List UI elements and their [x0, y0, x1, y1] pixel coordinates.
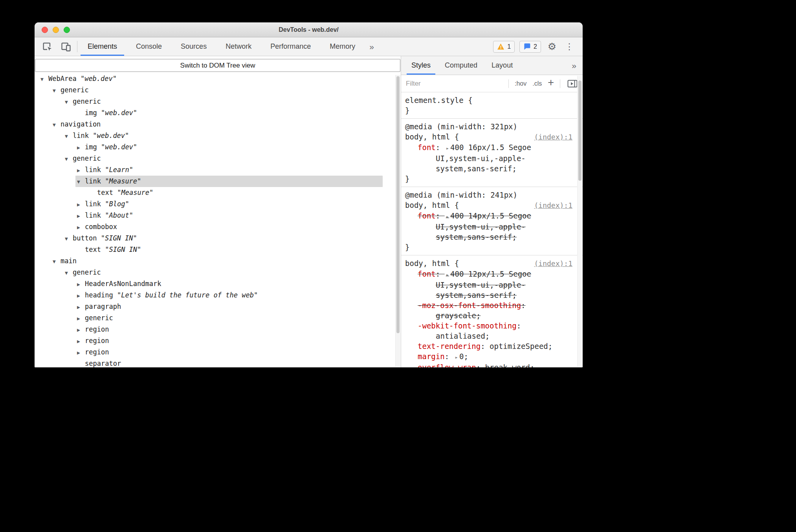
disclosure-right-icon[interactable]: ▶ — [77, 165, 85, 176]
tree-node-button[interactable]: ▼button "SIGN IN" — [35, 233, 401, 244]
styles-scrollbar[interactable] — [577, 76, 582, 367]
tree-node-img[interactable]: ▶img "web.dev" — [35, 141, 401, 153]
elements-scrollbar[interactable] — [395, 75, 400, 367]
tree-node-generic[interactable]: ▶generic — [35, 312, 401, 324]
css-property[interactable]: -moz-osx-font-smoothing: grayscale; — [405, 300, 572, 321]
sidebar-tab-layout[interactable]: Layout — [484, 56, 520, 75]
tree-node-generic[interactable]: ▼generic — [35, 153, 401, 164]
shorthand-expand-icon[interactable]: ▸ — [446, 145, 449, 151]
toggle-element-state-button[interactable]: :hov — [515, 80, 526, 87]
tree-node-main[interactable]: ▼main — [35, 255, 401, 267]
disclosure-right-icon[interactable]: ▶ — [77, 142, 85, 153]
tree-node-generic[interactable]: ▼generic — [35, 267, 401, 278]
rule-selector[interactable]: body, html { — [405, 258, 459, 268]
tree-node-text[interactable]: text "SIGN IN" — [35, 244, 401, 255]
tree-node-link[interactable]: ▶link "Blog" — [35, 198, 401, 210]
shorthand-expand-icon[interactable]: ▸ — [455, 354, 458, 360]
tab-console[interactable]: Console — [127, 37, 171, 56]
disclosure-right-icon[interactable]: ▶ — [77, 347, 85, 358]
disclosure-right-icon[interactable]: ▶ — [77, 199, 85, 210]
css-property[interactable]: -webkit-font-smoothing: antialiased; — [405, 321, 572, 341]
disclosure-right-icon[interactable]: ▶ — [77, 222, 85, 233]
kebab-menu-icon[interactable]: ⋮ — [563, 40, 576, 53]
tree-node-navigation[interactable]: ▼navigation — [35, 119, 401, 130]
disclosure-right-icon[interactable]: ▶ — [77, 301, 85, 313]
disclosure-down-icon[interactable]: ▼ — [65, 130, 73, 142]
css-property[interactable]: margin: ▸0; — [405, 351, 572, 362]
disclosure-down-icon[interactable]: ▼ — [53, 119, 61, 130]
tree-node-link[interactable]: ▼link "Measure" — [35, 176, 401, 187]
css-property[interactable]: font: ▸400 14px/1.5 Segoe UI,system-ui,-… — [405, 211, 572, 242]
tree-node-webarea[interactable]: ▼WebArea "web.dev" — [35, 73, 401, 84]
close-window-button[interactable] — [42, 27, 48, 33]
elements-scrollbar-thumb[interactable] — [396, 76, 400, 333]
tree-node-link[interactable]: ▶link "Learn" — [35, 164, 401, 176]
node-role: img — [85, 109, 97, 117]
titlebar[interactable]: DevTools - web.dev/ — [35, 22, 583, 37]
tree-node-generic[interactable]: ▼generic — [35, 96, 401, 107]
disclosure-down-icon[interactable]: ▼ — [65, 233, 73, 244]
warnings-badge[interactable]: 1 — [493, 41, 515, 53]
tree-node-img[interactable]: img "web.dev" — [35, 107, 401, 119]
inspect-element-icon[interactable] — [41, 40, 53, 53]
more-panels-button[interactable]: » — [365, 37, 379, 56]
tree-node-link[interactable]: ▶link "About" — [35, 210, 401, 221]
minimize-window-button[interactable] — [53, 27, 59, 33]
tree-node-paragraph[interactable]: ▶paragraph — [35, 301, 401, 312]
sidebar-tab-computed[interactable]: Computed — [438, 56, 484, 75]
sidebar-tab-styles[interactable]: Styles — [404, 56, 438, 75]
tree-node-heading[interactable]: ▶heading "Let's build the future of the … — [35, 290, 401, 301]
disclosure-down-icon[interactable]: ▼ — [77, 176, 85, 187]
sidebar-more-tabs-button[interactable]: » — [565, 56, 583, 75]
tree-node-separator[interactable]: separator — [35, 358, 401, 367]
dom-tree-view-toggle-button[interactable]: Switch to DOM Tree view — [35, 59, 400, 72]
disclosure-right-icon[interactable]: ▶ — [77, 324, 85, 336]
disclosure-right-icon[interactable]: ▶ — [77, 313, 85, 324]
styles-filter-input[interactable] — [406, 80, 503, 88]
shorthand-expand-icon[interactable]: ▸ — [446, 213, 449, 220]
disclosure-down-icon[interactable]: ▼ — [40, 73, 48, 85]
shorthand-expand-icon[interactable]: ▸ — [446, 272, 449, 278]
tree-node-link[interactable]: ▼link "web.dev" — [35, 130, 401, 141]
disclosure-down-icon[interactable]: ▼ — [53, 256, 61, 267]
disclosure-right-icon[interactable]: ▶ — [77, 279, 85, 290]
rule-selector[interactable]: body, html { — [405, 132, 459, 142]
tab-network[interactable]: Network — [216, 37, 261, 56]
css-property[interactable]: overflow-wrap: break-word; — [405, 362, 572, 367]
tree-node-generic[interactable]: ▼generic — [35, 84, 401, 96]
stylesheet-source-link[interactable]: (index):1 — [531, 132, 572, 142]
tab-memory[interactable]: Memory — [320, 37, 365, 56]
disclosure-down-icon[interactable]: ▼ — [53, 85, 61, 96]
element-classes-button[interactable]: .cls — [532, 80, 542, 87]
tree-node-region[interactable]: ▶region — [35, 347, 401, 358]
tab-sources[interactable]: Sources — [171, 37, 216, 56]
styles-scrollbar-thumb[interactable] — [578, 81, 581, 181]
tree-node-combobox[interactable]: ▶combobox — [35, 221, 401, 233]
settings-gear-icon[interactable]: ⚙ — [546, 40, 558, 53]
tab-elements[interactable]: Elements — [78, 37, 127, 56]
message-count: 2 — [534, 43, 537, 50]
stylesheet-source-link[interactable]: (index):1 — [531, 259, 572, 269]
rule-selector[interactable]: body, html { — [405, 200, 459, 210]
rule-selector[interactable]: element.style { — [405, 95, 473, 105]
disclosure-right-icon[interactable]: ▶ — [77, 210, 85, 222]
disclosure-right-icon[interactable]: ▶ — [77, 336, 85, 347]
messages-badge[interactable]: 2 — [519, 41, 541, 53]
disclosure-down-icon[interactable]: ▼ — [65, 153, 73, 165]
zoom-window-button[interactable] — [64, 27, 70, 33]
disclosure-down-icon[interactable]: ▼ — [65, 267, 73, 279]
css-property[interactable]: font: ▸400 16px/1.5 Segoe UI,system-ui,-… — [405, 142, 572, 174]
tree-node-region[interactable]: ▶region — [35, 324, 401, 335]
stylesheet-source-link[interactable]: (index):1 — [531, 200, 572, 211]
tree-node-region[interactable]: ▶region — [35, 335, 401, 347]
tree-node-headerasnonlandmark[interactable]: ▶HeaderAsNonLandmark — [35, 278, 401, 290]
node-role: navigation — [61, 120, 101, 128]
disclosure-right-icon[interactable]: ▶ — [77, 290, 85, 301]
css-property[interactable]: font: ▸400 12px/1.5 Segoe UI,system-ui,-… — [405, 269, 572, 300]
tab-performance[interactable]: Performance — [261, 37, 320, 56]
tree-node-text[interactable]: text "Measure" — [35, 187, 401, 198]
device-toolbar-icon[interactable] — [60, 40, 72, 53]
css-property[interactable]: text-rendering: optimizeSpeed; — [405, 341, 572, 351]
new-style-rule-button[interactable]: + — [548, 77, 554, 88]
disclosure-down-icon[interactable]: ▼ — [65, 96, 73, 108]
